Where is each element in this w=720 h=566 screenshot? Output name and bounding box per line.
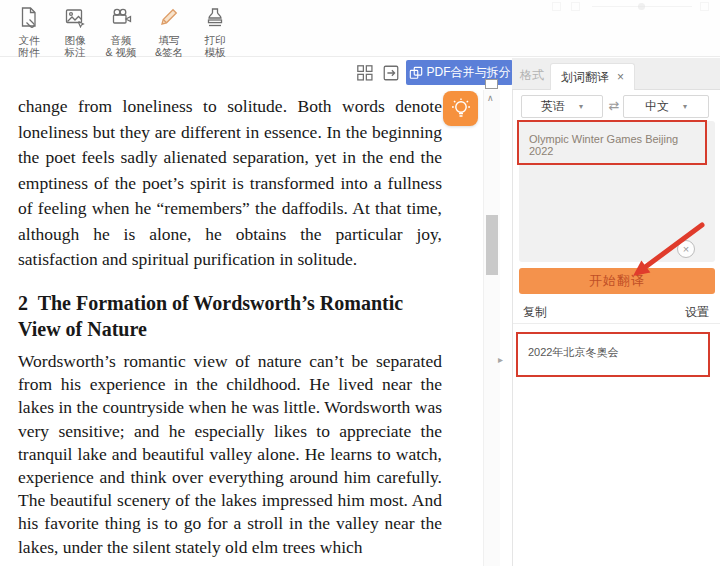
toolbar-item-label: 填写 &签名 (155, 34, 183, 58)
lightbulb-assistant-button[interactable] (443, 91, 478, 126)
copy-button[interactable]: 复制 (523, 304, 547, 321)
panel-collapse-arrow[interactable]: ▸ (498, 354, 503, 365)
scrollbar-up-arrow[interactable]: ∧ (487, 93, 494, 103)
toolbar-item-print-template[interactable]: 打印 模板 (192, 6, 238, 54)
target-language-value: 中文 (645, 98, 669, 115)
zoom-in-icon[interactable] (571, 2, 580, 11)
source-text: Olympic Winter Games Beijing 2022 (519, 121, 715, 169)
export-arrow-icon[interactable] (382, 64, 400, 82)
clear-icon: × (683, 243, 689, 255)
toolbar-item-label: 文件 附件 (19, 34, 40, 58)
toolbar-item-image-annotation[interactable]: 图像 标注 (52, 6, 98, 54)
toolbar-item-fill-sign[interactable]: 填写 &签名 (146, 6, 192, 54)
merge-pages-icon (409, 66, 423, 80)
chevron-down-icon: ▾ (579, 102, 583, 111)
toolbar-item-file-attachment[interactable]: 文件 附件 (6, 6, 52, 54)
target-language-select[interactable]: 中文 ▾ (623, 95, 709, 118)
tab-format[interactable]: 格式 (520, 67, 544, 84)
close-icon[interactable]: × (617, 71, 624, 83)
document-paragraph-2: Wordsworth’s romantic view of nature can… (18, 350, 442, 559)
toolbar-item-audio-video[interactable]: 音频 & 视频 (98, 6, 144, 54)
settings-button[interactable]: 设置 (685, 304, 709, 321)
audio-video-icon (110, 6, 132, 32)
document-paragraph-1: change from loneliness to solitude. Both… (18, 94, 442, 273)
lightbulb-icon (449, 97, 473, 121)
source-language-select[interactable]: 英语 ▾ (521, 95, 603, 118)
tab-translate-label: 划词翻译 (561, 69, 609, 86)
zoom-slider-knob[interactable] (638, 3, 645, 10)
start-translate-label: 开始翻译 (589, 272, 645, 290)
fit-page-icon[interactable] (700, 2, 709, 11)
translation-result-box: 2022年北京冬奥会 (518, 333, 712, 377)
start-translate-button[interactable]: 开始翻译 (519, 268, 715, 294)
source-language-value: 英语 (541, 98, 565, 115)
page-preview-box[interactable] (485, 79, 498, 89)
thumbnail-grid-icon[interactable] (356, 64, 374, 82)
pdf-app-window: 文件 附件 图像 标注 音频 & 视频 (0, 0, 720, 566)
document-page[interactable]: change from loneliness to solitude. Both… (0, 90, 483, 566)
swap-languages-icon[interactable]: ⇄ (605, 98, 623, 113)
image-annotation-icon (64, 6, 86, 32)
toolbar-item-label: 打印 模板 (205, 34, 226, 58)
file-attachment-icon (18, 6, 40, 32)
chevron-down-icon: ▾ (683, 102, 687, 111)
translate-panel: 英语 ▾ ⇄ 中文 ▾ Olympic Winter Games Beijing… (512, 90, 720, 566)
result-header-row: 复制 设置 (513, 300, 720, 324)
print-template-icon (204, 6, 226, 32)
toolbar-item-label: 图像 标注 (65, 34, 86, 58)
tab-translate[interactable]: 划词翻译 × (550, 63, 635, 90)
main-toolbar: 文件 附件 图像 标注 音频 & 视频 (0, 0, 720, 57)
right-panel-tab-strip: 格式 划词翻译 × (512, 58, 720, 90)
zoom-out-icon[interactable] (552, 2, 561, 11)
document-scrollbar-thumb[interactable] (486, 215, 498, 275)
translation-result-text: 2022年北京冬奥会 (518, 333, 712, 372)
clear-input-button[interactable]: × (677, 240, 695, 258)
secondary-toolbar: PDF合并与拆分 格式 划词翻译 × (0, 58, 720, 90)
fill-sign-icon (158, 6, 180, 32)
document-scrollbar-track[interactable] (483, 90, 500, 566)
document-heading: 2 The Formation of Wordsworth’s Romantic… (18, 290, 442, 342)
toolbar-item-label: 音频 & 视频 (106, 34, 137, 58)
